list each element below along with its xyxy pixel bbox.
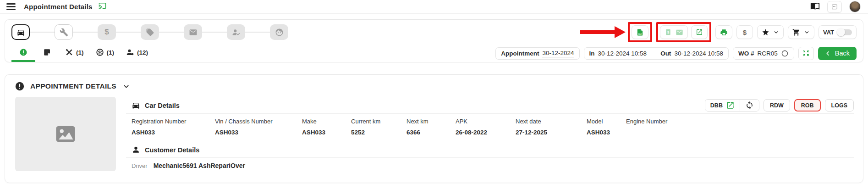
driver-row: Driver Mechanic5691 AshRepariOver: [126, 158, 854, 175]
back-label: Back: [835, 50, 850, 57]
menu-icon[interactable]: [6, 3, 16, 10]
field-value: 6366: [407, 129, 456, 136]
external-link-icon: [726, 101, 735, 110]
payment-button[interactable]: $: [736, 25, 753, 39]
collapse-button[interactable]: [798, 47, 814, 60]
tabs: (1) (1) (12): [11, 45, 154, 62]
step-car[interactable]: [11, 24, 30, 40]
back-button[interactable]: Back: [818, 47, 857, 60]
wo-number: RCR05: [757, 50, 777, 57]
workflow-stepper-row: $ PDF: [5, 20, 863, 45]
rdw-button[interactable]: RDW: [764, 99, 790, 111]
print-button[interactable]: [715, 25, 732, 39]
annotation-arrow: [580, 26, 626, 39]
window-button[interactable]: [827, 1, 842, 13]
step-tag[interactable]: [141, 24, 159, 40]
tab-info[interactable]: [11, 45, 35, 62]
field-label: Registration Number: [132, 118, 215, 125]
tag-icon: [146, 28, 154, 37]
person-check-icon: [232, 28, 241, 37]
favorites-dropdown-button[interactable]: [757, 25, 784, 39]
customer-details-header: Customer Details: [126, 142, 854, 158]
cart-dropdown-button[interactable]: [788, 25, 814, 39]
tab-work-items[interactable]: (1): [59, 45, 90, 62]
tab-count: (1): [107, 49, 115, 56]
vat-toggle-button[interactable]: VAT: [819, 25, 857, 39]
status-circle-icon[interactable]: [781, 50, 789, 57]
field-current-km: Current km 5252: [351, 118, 407, 136]
toolbar-actions: PDF $ $: [580, 22, 857, 42]
pdf-file-icon: PDF: [636, 28, 644, 36]
step-approval[interactable]: [227, 24, 245, 40]
collapse-icon: [802, 50, 810, 57]
tab-count: (12): [137, 49, 148, 56]
field-make: Make ASH033: [302, 118, 351, 136]
out-label: Out: [660, 50, 671, 57]
tab-notes[interactable]: [35, 45, 59, 62]
field-value: 5252: [351, 129, 407, 136]
wo-label: WO #: [738, 50, 754, 57]
workflow-toolbar-card: $ PDF: [5, 19, 863, 62]
dbb-button[interactable]: DBB: [705, 100, 740, 111]
field-next-km: Next km 6366: [407, 118, 456, 136]
chevron-down-icon[interactable]: [122, 83, 130, 90]
person-icon: [132, 145, 140, 154]
rob-label: ROB: [801, 102, 814, 109]
invoice-icon: $: [665, 28, 672, 36]
avatar[interactable]: [849, 1, 861, 12]
step-customer[interactable]: [270, 24, 288, 40]
section-title: APPOINTMENT DETAILS: [30, 82, 116, 90]
pdf-button[interactable]: PDF: [632, 25, 648, 39]
cast-icon[interactable]: [99, 2, 106, 11]
appointment-date-value[interactable]: 30-12-2024: [542, 50, 574, 57]
open-external-button[interactable]: [691, 25, 708, 39]
field-label: Make: [302, 118, 351, 125]
rdw-label: RDW: [770, 102, 784, 109]
step-pricing[interactable]: $: [98, 24, 116, 40]
in-out-box[interactable]: In 30-12-2024 10:58 Out 30-12-2024 10:58: [584, 47, 729, 60]
svg-text:PDF: PDF: [638, 33, 642, 35]
out-value: 30-12-2024 10:58: [674, 50, 723, 57]
details-body: Car Details DBB RDW ROB LOGS: [5, 96, 863, 175]
car-icon: [16, 28, 25, 37]
refresh-button[interactable]: [740, 100, 759, 111]
logs-button[interactable]: LOGS: [825, 99, 854, 111]
field-label: Current km: [351, 118, 407, 125]
field-value: ASH033: [587, 129, 626, 136]
field-label: Vin / Chassis Number: [215, 118, 302, 125]
send-invoice-mail-button[interactable]: $: [660, 25, 688, 39]
people-icon: [126, 48, 134, 56]
driver-name: Mechanic5691 AshRepariOver: [154, 162, 245, 169]
field-model: Model ASH033: [587, 118, 626, 136]
logs-label: LOGS: [831, 102, 847, 109]
work-order-box[interactable]: WO # RCR05: [733, 47, 794, 60]
field-next-date: Next date 27-12-2025: [516, 118, 587, 136]
tab-tyres[interactable]: (1): [90, 45, 121, 62]
car-details-buttons: DBB RDW ROB LOGS: [705, 99, 854, 111]
field-label: APK: [456, 118, 516, 125]
appointment-date-box[interactable]: Appointment 30-12-2024: [495, 47, 579, 60]
field-label: Model: [587, 118, 626, 125]
topbar: Appointment Details: [0, 0, 868, 14]
page-title: Appointment Details: [24, 3, 93, 11]
chevron-left-icon: [825, 50, 831, 56]
external-link-icon: [696, 28, 703, 36]
tab-count: (1): [76, 49, 84, 56]
vat-toggle[interactable]: [838, 29, 852, 35]
rob-button[interactable]: ROB: [794, 99, 821, 111]
car-icon: [132, 101, 140, 110]
step-connector: [30, 32, 55, 33]
star-icon: [762, 28, 769, 36]
tab-people[interactable]: (12): [120, 45, 154, 62]
field-vin-chassis: Vin / Chassis Number ASH033: [215, 118, 302, 136]
section-header[interactable]: APPOINTMENT DETAILS: [5, 75, 863, 96]
book-icon[interactable]: [810, 1, 820, 12]
svg-text:$: $: [667, 30, 669, 34]
printer-icon: [720, 28, 728, 36]
field-label: Next km: [407, 118, 456, 125]
step-workshop[interactable]: [55, 24, 73, 40]
field-registration-number: Registration Number ASH033: [132, 118, 215, 136]
annotation-box-share: $: [656, 22, 711, 42]
in-value: 30-12-2024 10:58: [598, 50, 647, 57]
step-mail[interactable]: [184, 24, 202, 40]
